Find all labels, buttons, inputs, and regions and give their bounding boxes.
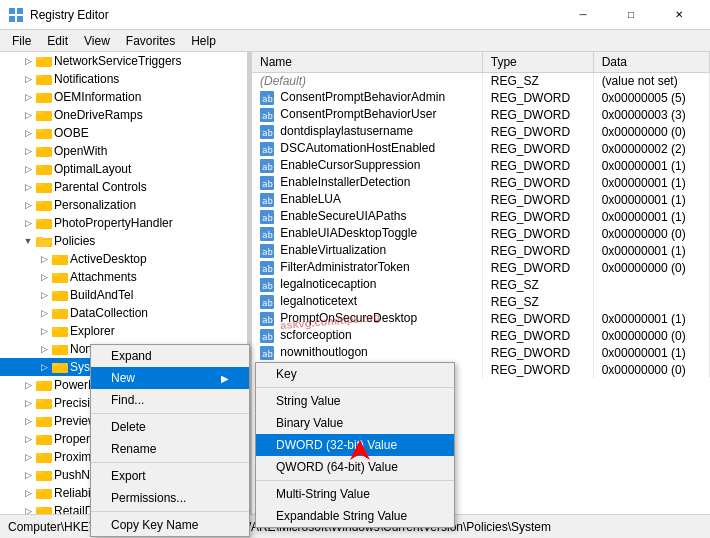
submenu-arrow-icon: ▶: [221, 373, 229, 384]
reg-data: 0x00000000 (0): [593, 259, 709, 276]
expand-icon: ▷: [20, 125, 36, 141]
submenu-expandable-string-value[interactable]: Expandable String Value: [256, 505, 454, 527]
tree-item-Notifications[interactable]: ▷ Notifications: [0, 70, 247, 88]
minimize-button[interactable]: ─: [560, 0, 606, 30]
ctx-rename[interactable]: Rename: [91, 438, 249, 460]
reg-name: ab EnableInstallerDetection: [252, 174, 482, 191]
table-row[interactable]: ab scforceoption REG_DWORD 0x00000000 (0…: [252, 327, 710, 344]
expand-icon: ▷: [20, 53, 36, 69]
reg-data: 0x00000001 (1): [593, 157, 709, 174]
tree-label: OptimalLayout: [54, 162, 131, 176]
table-row[interactable]: ab PromptOnSecureDesktop REG_DWORD 0x000…: [252, 310, 710, 327]
ctx-find[interactable]: Find...: [91, 389, 249, 411]
reg-type: REG_DWORD: [482, 225, 593, 242]
reg-data: 0x00000000 (0): [593, 361, 709, 378]
menu-favorites[interactable]: Favorites: [118, 32, 183, 50]
reg-data: 0x00000001 (1): [593, 174, 709, 191]
folder-icon: [36, 468, 52, 482]
menu-help[interactable]: Help: [183, 32, 224, 50]
tree-item-NetworkServiceTriggers[interactable]: ▷ NetworkServiceTriggers: [0, 52, 247, 70]
expand-icon: ▷: [20, 197, 36, 213]
menu-file[interactable]: File: [4, 32, 39, 50]
table-row[interactable]: ab EnableUIADesktopToggle REG_DWORD 0x00…: [252, 225, 710, 242]
submenu-multi-string-value[interactable]: Multi-String Value: [256, 483, 454, 505]
main-layout: ▷ NetworkServiceTriggers ▷ Notifications…: [0, 52, 710, 514]
ctx-new[interactable]: New ▶: [91, 367, 249, 389]
tree-item-BuildAndTel[interactable]: ▷ BuildAndTel: [0, 286, 247, 304]
svg-rect-21: [36, 201, 43, 204]
registry-table: Name Type Data (Default) REG_SZ (value n…: [252, 52, 710, 378]
submenu-key[interactable]: Key: [256, 363, 454, 385]
table-row[interactable]: ab EnableSecureUIAPaths REG_DWORD 0x0000…: [252, 208, 710, 225]
tree-item-ActiveDesktop[interactable]: ▷ ActiveDesktop: [0, 250, 247, 268]
table-row[interactable]: ab legalnoticetext REG_SZ: [252, 293, 710, 310]
svg-text:ab: ab: [262, 162, 273, 172]
folder-icon: [52, 342, 68, 356]
submenu-qword-value[interactable]: QWORD (64-bit) Value: [256, 456, 454, 478]
ctx-expand[interactable]: Expand: [91, 345, 249, 367]
reg-data: 0x00000005 (5): [593, 89, 709, 106]
reg-name: ab legalnoticetext: [252, 293, 482, 310]
expand-icon: ▷: [20, 161, 36, 177]
menu-bar: File Edit View Favorites Help: [0, 30, 710, 52]
table-row[interactable]: ab DSCAutomationHostEnabled REG_DWORD 0x…: [252, 140, 710, 157]
submenu-binary-value[interactable]: Binary Value: [256, 412, 454, 434]
maximize-button[interactable]: □: [608, 0, 654, 30]
tree-item-DataCollection[interactable]: ▷ DataCollection: [0, 304, 247, 322]
reg-name: ab nownithoutlogon: [252, 344, 482, 361]
svg-rect-50: [36, 453, 43, 456]
tree-item-Policies[interactable]: ▼ Policies: [0, 232, 247, 250]
svg-rect-15: [36, 147, 43, 150]
reg-type: REG_DWORD: [482, 310, 593, 327]
expand-icon: ▷: [36, 341, 52, 357]
submenu-dword-value[interactable]: DWORD (32-bit) Value: [256, 434, 454, 456]
tree-item-Explorer[interactable]: ▷ Explorer: [0, 322, 247, 340]
reg-name: ab legalnoticecaption: [252, 276, 482, 293]
col-type: Type: [482, 52, 593, 72]
svg-rect-7: [36, 75, 43, 78]
svg-rect-54: [36, 489, 43, 492]
table-row[interactable]: ab legalnoticecaption REG_SZ: [252, 276, 710, 293]
reg-data: 0x00000001 (1): [593, 310, 709, 327]
svg-text:ab: ab: [262, 315, 273, 325]
ctx-copy-key-name[interactable]: Copy Key Name: [91, 514, 249, 536]
tree-item-OptimalLayout[interactable]: ▷ OptimalLayout: [0, 160, 247, 178]
tree-label: OOBE: [54, 126, 89, 140]
submenu-string-value[interactable]: String Value: [256, 390, 454, 412]
reg-type: REG_SZ: [482, 72, 593, 89]
tree-label: Explorer: [70, 324, 115, 338]
table-row[interactable]: ab nownithoutlogon REG_DWORD 0x00000001 …: [252, 344, 710, 361]
svg-rect-13: [36, 129, 43, 132]
ctx-permissions[interactable]: Permissions...: [91, 487, 249, 509]
tree-item-ParentalControls[interactable]: ▷ Parental Controls: [0, 178, 247, 196]
tree-item-PhotoPropertyHandler[interactable]: ▷ PhotoPropertyHandler: [0, 214, 247, 232]
tree-label: DataCollection: [70, 306, 148, 320]
table-row[interactable]: ab EnableCursorSuppression REG_DWORD 0x0…: [252, 157, 710, 174]
tree-item-OneDriveRamps[interactable]: ▷ OneDriveRamps: [0, 106, 247, 124]
submenu: Key String Value Binary Value DWORD (32-…: [255, 362, 455, 528]
ctx-delete[interactable]: Delete: [91, 416, 249, 438]
table-row[interactable]: ab dontdisplaylastusername REG_DWORD 0x0…: [252, 123, 710, 140]
table-row[interactable]: ab FilterAdministratorToken REG_DWORD 0x…: [252, 259, 710, 276]
reg-data: (value not set): [593, 72, 709, 89]
ctx-separator-1: [91, 413, 249, 414]
table-row[interactable]: ab EnableLUA REG_DWORD 0x00000001 (1): [252, 191, 710, 208]
expand-icon: ▷: [20, 431, 36, 447]
tree-item-OOBE[interactable]: ▷ OOBE: [0, 124, 247, 142]
reg-type: REG_DWORD: [482, 106, 593, 123]
ctx-separator-2: [91, 462, 249, 463]
tree-item-OpenWith[interactable]: ▷ OpenWith: [0, 142, 247, 160]
table-row[interactable]: ab EnableInstallerDetection REG_DWORD 0x…: [252, 174, 710, 191]
ctx-export[interactable]: Export: [91, 465, 249, 487]
table-row[interactable]: ab EnableVirtualization REG_DWORD 0x0000…: [252, 242, 710, 259]
table-row[interactable]: ab ConsentPromptBehaviorUser REG_DWORD 0…: [252, 106, 710, 123]
menu-view[interactable]: View: [76, 32, 118, 50]
menu-edit[interactable]: Edit: [39, 32, 76, 50]
tree-item-Attachments[interactable]: ▷ Attachments: [0, 268, 247, 286]
table-row[interactable]: (Default) REG_SZ (value not set): [252, 72, 710, 89]
close-button[interactable]: ✕: [656, 0, 702, 30]
svg-text:ab: ab: [262, 94, 273, 104]
table-row[interactable]: ab ConsentPromptBehaviorAdmin REG_DWORD …: [252, 89, 710, 106]
tree-item-Personalization[interactable]: ▷ Personalization: [0, 196, 247, 214]
tree-item-OEMInformation[interactable]: ▷ OEMInformation: [0, 88, 247, 106]
